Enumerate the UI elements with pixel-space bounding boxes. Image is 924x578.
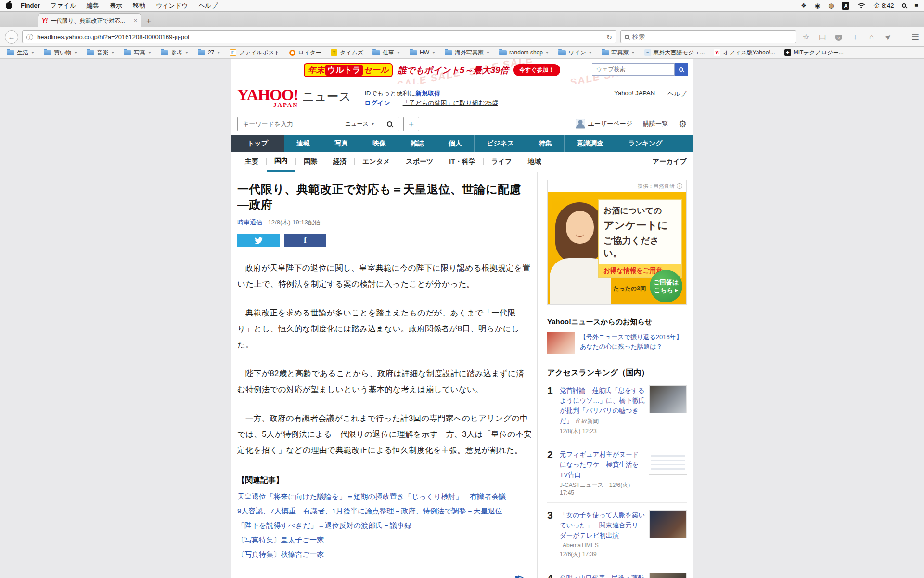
sale-join-button[interactable]: 今すぐ参加！ xyxy=(513,64,560,76)
notification-center-icon[interactable]: ≡ xyxy=(914,2,918,9)
subnav-world[interactable]: 国際 xyxy=(296,153,325,171)
subnav-economy[interactable]: 経済 xyxy=(325,153,354,171)
subnav-main[interactable]: 主要 xyxy=(237,153,266,171)
menu-file[interactable]: ファイル xyxy=(51,1,76,10)
sale-banner-ad[interactable]: 年末ウルトラセール 誰でもポイント5～最大39倍 今すぐ参加！ xyxy=(304,63,560,77)
browser-tab[interactable]: Y! 一代限り、典範改正で対応... × xyxy=(38,13,141,27)
tab-close-icon[interactable]: × xyxy=(134,17,137,24)
bookmark-folder[interactable]: 写真▼ xyxy=(124,49,152,57)
bookmark-folder[interactable]: 仕事▼ xyxy=(372,49,400,57)
news-search-button[interactable] xyxy=(380,117,399,131)
spotlight-icon[interactable] xyxy=(902,3,906,8)
nav-tab-ranking[interactable]: ランキング xyxy=(616,135,675,152)
bookmark-item[interactable]: ≈東外大言語モジュ... xyxy=(644,49,705,57)
hotspot-icon[interactable]: ◍ xyxy=(828,2,834,9)
bookmark-folder[interactable]: 音楽▼ xyxy=(87,49,115,57)
related-link[interactable]: 〔写真特集〕皇太子ご一家 xyxy=(237,533,532,547)
nav-tab-sokuho[interactable]: 速報 xyxy=(284,135,322,152)
pocket-icon[interactable]: ∨ xyxy=(833,33,845,41)
nav-tab-magazine[interactable]: 雑誌 xyxy=(398,135,436,152)
web-search-button[interactable] xyxy=(675,63,688,76)
subnav-region[interactable]: 地域 xyxy=(520,153,549,171)
bookmark-item[interactable]: ロイター xyxy=(289,49,321,57)
yahoo-japan-link[interactable]: Yahoo! JAPAN xyxy=(614,90,655,98)
twitter-share-button[interactable] xyxy=(237,234,280,247)
bookmark-item[interactable]: Fファイルポスト xyxy=(230,49,280,57)
subnav-life[interactable]: ライフ xyxy=(484,153,520,171)
ranking-thumbnail[interactable] xyxy=(649,450,687,474)
bookmark-item[interactable]: Y!オフィス版Yahoo!... xyxy=(714,49,775,57)
dropbox-icon[interactable]: ❖ xyxy=(801,2,807,9)
subnav-it-science[interactable]: IT・科学 xyxy=(441,153,483,171)
ad-answer-button[interactable]: ご回答は こちら ▸ xyxy=(650,270,682,302)
alfred-icon[interactable]: A xyxy=(842,2,849,10)
menu-go[interactable]: 移動 xyxy=(133,1,145,10)
related-link[interactable]: 〔写真特集〕秋篠宮ご一家 xyxy=(237,547,532,562)
bookmark-folder[interactable]: 買い物▼ xyxy=(44,49,77,57)
ranking-thumbnail[interactable] xyxy=(649,510,687,538)
ranking-thumbnail[interactable] xyxy=(649,573,687,578)
subnav-sports[interactable]: スポーツ xyxy=(398,153,441,171)
login-link[interactable]: ログイン xyxy=(364,99,390,106)
nav-tab-feature[interactable]: 特集 xyxy=(526,135,564,152)
hamburger-menu-icon[interactable]: ☰ xyxy=(911,32,919,42)
ranking-link[interactable]: 元フィギュア村主がヌードになったワケ 極貧生活をTV告白 xyxy=(560,451,639,478)
bookmark-star-icon[interactable]: ☆ xyxy=(800,32,812,41)
menubar-clock[interactable]: 金 8:42 xyxy=(873,1,894,10)
related-link[interactable]: 9人容認、7人慎重＝有識者、1月後半に論点整理－政府、特例法で調整－天皇退位 xyxy=(237,504,532,518)
news-search-input[interactable] xyxy=(238,117,340,131)
browser-search-input[interactable] xyxy=(632,33,792,40)
bookmark-folder[interactable]: 海外写真家▼ xyxy=(445,49,490,57)
back-button[interactable]: ← xyxy=(5,30,18,44)
site-info-icon[interactable]: i xyxy=(26,34,33,40)
nav-tab-personal[interactable]: 個人 xyxy=(436,135,474,152)
facebook-share-button[interactable]: f xyxy=(284,234,326,247)
search-scope-dropdown[interactable]: ニュース▼ xyxy=(340,117,380,131)
subnav-entertainment[interactable]: エンタメ xyxy=(355,153,398,171)
menu-finder[interactable]: Finder xyxy=(21,2,40,9)
settings-gear-icon[interactable]: ⚙ xyxy=(679,118,687,130)
add-keyword-button[interactable]: ＋ xyxy=(403,117,419,131)
home-icon[interactable]: ⌂ xyxy=(865,33,878,41)
subnav-domestic[interactable]: 国内 xyxy=(267,152,295,172)
bookmarks-panel-icon[interactable]: ▤ xyxy=(816,32,829,41)
bookmark-folder[interactable]: 生活▼ xyxy=(7,49,35,57)
wifi-icon[interactable] xyxy=(858,3,865,9)
ranking-link[interactable]: 党首討論 蓮舫氏「息をするようにウソ…」に、橋下徹氏が批判「バリバリの嘘つきだ」 xyxy=(560,387,645,424)
apple-menu-icon[interactable] xyxy=(6,2,12,9)
bookmark-folder[interactable]: ワイン▼ xyxy=(558,49,592,57)
new-tab-button[interactable]: + xyxy=(141,15,156,27)
bookmark-folder[interactable]: 参考▼ xyxy=(161,49,189,57)
bookmark-folder[interactable]: HW▼ xyxy=(410,49,436,56)
bookmark-item[interactable]: Tタイムズ xyxy=(331,49,363,57)
ad-info-icon[interactable]: i xyxy=(677,183,682,189)
help-link[interactable]: ヘルプ xyxy=(667,90,687,98)
yahoo-news-logo[interactable]: YAHOO!JAPAN ニュース xyxy=(237,88,351,109)
nav-tab-photo[interactable]: 写真 xyxy=(322,135,360,152)
nav-tab-poll[interactable]: 意識調査 xyxy=(564,135,616,152)
register-link[interactable]: 新規取得 xyxy=(415,90,440,97)
bookmark-folder[interactable]: 27▼ xyxy=(198,49,220,56)
sidebar-ad[interactable]: 提供：自然食研 i お酒についての アンケートに xyxy=(547,180,687,305)
article-source-link[interactable]: 時事通信 xyxy=(237,219,262,226)
related-link[interactable]: 天皇退位「将来に向けた議論を」＝短期の摂政置き「じっくり検討」－有識者会議 xyxy=(237,489,532,504)
url-input[interactable] xyxy=(37,33,603,40)
notice-thumbnail[interactable] xyxy=(547,332,575,354)
downloads-icon[interactable]: ↓ xyxy=(849,33,861,41)
nav-tab-top[interactable]: トップ xyxy=(231,135,284,152)
bookmark-folder[interactable]: 写真家▼ xyxy=(602,49,635,57)
browser-search-field[interactable] xyxy=(620,30,796,43)
subscriptions-link[interactable]: 購読一覧 xyxy=(643,119,668,128)
ranking-thumbnail[interactable] xyxy=(649,385,687,413)
ad-creative[interactable]: お酒についての アンケートに ご協力ください。 お得な情報をご用意 たったの3問… xyxy=(548,192,686,304)
bookmark-folder[interactable]: random shop▼ xyxy=(499,49,549,56)
notice-link[interactable]: 【号外ニュースで振り返る2016年】あなたの心に残った話題は？ xyxy=(580,332,687,354)
menu-view[interactable]: 表示 xyxy=(110,1,122,10)
web-search-input[interactable] xyxy=(592,63,675,76)
share-icon[interactable]: ➤ xyxy=(880,29,896,44)
archive-link[interactable]: アーカイブ xyxy=(653,158,687,166)
url-bar[interactable]: i ↻ xyxy=(22,30,616,43)
menu-edit[interactable]: 編集 xyxy=(87,1,99,10)
creative-cloud-icon[interactable]: ◉ xyxy=(815,2,820,9)
nav-tab-video[interactable]: 映像 xyxy=(360,135,398,152)
